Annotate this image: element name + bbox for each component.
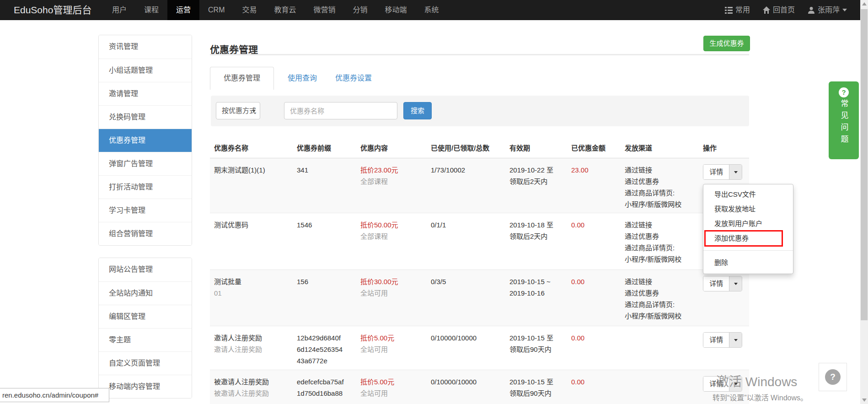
nav-item-trade[interactable]: 交易 [233,0,265,20]
header-coupon-content: 优惠内容 [356,143,427,152]
list-icon [725,7,733,14]
filter-select-value: 按优惠方式 [222,107,256,114]
nav-item-crm[interactable]: CRM [199,0,233,20]
coupon-validity: 2019-10-15 至 领取后90天内 [505,370,567,404]
sidebar-item-combo-marketing[interactable]: 组合营销管理 [99,222,192,245]
tab-usage-query[interactable]: 使用查询 [288,67,317,89]
header-validity: 有效期 [505,143,567,152]
nav-item-distribution[interactable]: 分销 [344,0,376,20]
menu-item-export-csv[interactable]: 导出CSV文件 [703,187,793,202]
status-url-tooltip: ren.edusoho.cn/admin/coupon# [0,388,109,402]
sidebar-marketing-group: 资讯管理 小组话题管理 邀请管理 兑换码管理 优惠券管理 弹窗广告管理 打折活动… [98,35,192,246]
detail-button[interactable]: 详情 [703,333,729,347]
sidebar-item-popup-ads[interactable]: 弹窗广告管理 [99,152,192,175]
header-channel: 发放渠道 [621,143,699,152]
coupon-prefix: 1546 [293,213,356,269]
nav-item-micro-marketing[interactable]: 微营销 [305,0,344,20]
detail-split-button: 详情 [703,332,742,348]
question-circle-icon: ? [839,87,849,97]
coupon-deal: 抵价5.00元 [360,376,423,388]
coupon-amount: 0.00 [567,270,621,326]
header-coupon-name: 优惠券名称 [210,143,293,152]
coupon-name: 测试优惠码 [214,219,289,231]
nav-common-menu[interactable]: 常用 [725,0,750,20]
detail-split-button: 详情 [703,164,742,180]
menu-item-delete[interactable]: 删除 [703,255,793,270]
question-mark-icon: ? [825,369,841,385]
nav-home-link[interactable]: 回首页 [763,0,795,20]
header-amount: 已优惠金额 [567,143,621,152]
help-button[interactable]: ? [819,363,847,391]
menu-item-get-distribution-url[interactable]: 获取发放地址 [703,202,793,216]
search-input[interactable] [284,102,397,119]
coupon-name: 期末测试题(1)(1) [214,164,289,176]
generate-coupon-button[interactable]: 生成优惠券 [703,36,750,51]
sidebar-item-zero-theme[interactable]: 零主题 [99,328,192,351]
coupon-prefix: 12b429d6840f 6d124e526354 43a6772e [293,326,356,370]
coupon-prefix: 156 [293,270,356,326]
detail-caret-button[interactable] [729,276,742,291]
sidebar-item-news[interactable]: 资讯管理 [99,35,192,59]
scrollbar-thumb[interactable] [861,9,868,320]
menu-item-add-coupon[interactable]: 添加优惠券 [703,231,793,246]
tab-coupon-settings[interactable]: 优惠券设置 [335,67,372,89]
sidebar-item-discount-activity[interactable]: 打折活动管理 [99,175,192,199]
faq-float-button[interactable]: ? 常见问题 [829,81,859,159]
sidebar-item-site-notification[interactable]: 全站站内通知 [99,281,192,305]
coupon-usage: 0/10000/10000 [427,370,505,404]
nav-item-operation[interactable]: 运营 [167,0,199,20]
detail-dropdown-menu: 导出CSV文件 获取发放地址 发放到用户账户 添加优惠券 删除 [703,184,793,274]
sidebar-item-mobile-content[interactable]: 移动端内容管理 [99,375,192,398]
detail-button[interactable]: 详情 [703,276,729,291]
sidebar-item-invitation[interactable]: 邀请管理 [99,82,192,105]
detail-split-button: 详情 [703,276,742,291]
nav-item-user[interactable]: 用户 [103,0,135,20]
detail-caret-button[interactable] [729,333,742,347]
brand-logo[interactable]: EduSoho管理后台 [14,0,103,20]
nav-common-label: 常用 [735,0,750,20]
coupon-validity: 2019-10-18 至 领取后2天内 [505,213,567,269]
vertical-scrollbar[interactable] [860,0,868,404]
caret-down-icon [734,383,738,387]
detail-button[interactable]: 详情 [703,377,729,391]
coupon-deal: 抵价5.00元 [360,332,423,344]
title-divider [210,54,749,55]
search-button[interactable]: 搜索 [403,102,432,119]
sidebar-item-editor-area[interactable]: 编辑区管理 [99,305,192,328]
coupon-usage: 1/73/10002 [427,158,505,213]
nav-user-menu[interactable]: 张雨萍 [808,0,847,20]
coupon-scope: 全站可用 [360,344,423,355]
scrollbar-up-arrow[interactable] [862,2,867,5]
nav-item-mobile[interactable]: 移动端 [376,0,416,20]
table-row: 测试优惠码 1546 抵价50.00元全部课程 0/1/1 2019-10-18… [210,213,749,270]
coupon-channels [621,326,699,370]
sidebar-item-learning-card[interactable]: 学习卡管理 [99,199,192,222]
chevron-down-icon [842,9,847,14]
app: EduSoho管理后台 用户 课程 运营 CRM 交易 教育云 微营销 分销 移… [0,0,868,404]
caret-down-icon [734,283,738,287]
sidebar-item-group-topics[interactable]: 小组话题管理 [99,59,192,82]
sidebar-item-custom-page[interactable]: 自定义页面管理 [99,351,192,375]
tab-coupon-management[interactable]: 优惠券管理 [210,67,274,90]
coupon-channels: 通过链接 通过优惠券 通过商品详情页: 小程序/新版微网校 [621,213,699,269]
coupon-validity: 2019-10-15 ~ 2019-10-16 [505,270,567,326]
caret-down-icon [734,171,738,175]
filter-select[interactable]: 按优惠方式 [216,102,260,119]
main-nav: 用户 课程 运营 CRM 交易 教育云 微营销 分销 移动端 系统 [103,0,448,20]
header-actions: 操作 [699,143,749,152]
sidebar-item-redeem-code[interactable]: 兑换码管理 [99,105,192,129]
detail-button[interactable]: 详情 [703,165,729,179]
scrollbar-down-arrow[interactable] [862,399,867,402]
search-bar: 按优惠方式 搜索 [211,96,749,126]
nav-item-edu-cloud[interactable]: 教育云 [266,0,305,20]
detail-caret-button[interactable] [729,377,742,391]
menu-item-distribute-to-user[interactable]: 发放到用户账户 [703,216,793,231]
sidebar-item-coupon[interactable]: 优惠券管理 [99,129,192,152]
nav-item-system[interactable]: 系统 [416,0,448,20]
detail-split-button: 详情 [703,376,742,392]
detail-caret-button[interactable] [729,165,742,179]
coupon-deal: 抵价23.00元 [360,164,423,176]
coupon-name: 被邀请人注册奖励 [214,376,289,388]
sidebar-item-site-announcement[interactable]: 网站公告管理 [99,258,192,281]
nav-item-course[interactable]: 课程 [135,0,167,20]
